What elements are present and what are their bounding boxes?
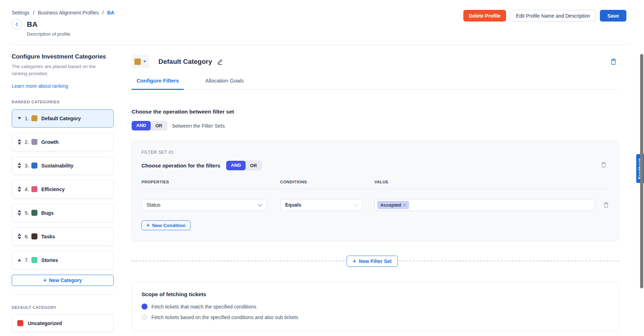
category-rank: 4. [25, 187, 29, 192]
category-color-dropdown[interactable] [132, 55, 149, 68]
save-button[interactable]: Save [600, 10, 626, 22]
tabbar: Configure Filters Allocation Goals [132, 78, 619, 90]
radio-selected-icon[interactable] [142, 304, 148, 310]
and-toggle-option[interactable]: AND [132, 121, 151, 130]
value-chip-label: Accepted [380, 202, 401, 208]
remove-chip-icon[interactable]: × [403, 202, 406, 208]
category-rank: 6. [25, 234, 29, 239]
category-name: Bugs [41, 210, 54, 216]
back-arrow-icon [14, 22, 19, 27]
category-title: Default Category [158, 58, 212, 66]
reorder-arrows [17, 139, 22, 145]
move-up-icon[interactable] [18, 139, 21, 141]
column-header-conditions: CONDITIONS [280, 180, 374, 184]
breadcrumb-separator: / [102, 10, 104, 16]
chevron-down-icon [143, 61, 146, 62]
move-down-icon[interactable] [18, 166, 21, 169]
breadcrumb-separator: / [33, 10, 34, 16]
ranked-category-list: 1. Default Category 2. Growth 3. [12, 109, 114, 269]
property-select[interactable]: Status [142, 199, 267, 211]
sidebar-title: Configure Investment Categories [12, 53, 114, 60]
reorder-arrows [17, 186, 22, 192]
category-item-bugs[interactable]: 5. Bugs [12, 204, 114, 222]
ranked-categories-label: RANKED CATEGORIES [12, 100, 114, 104]
or-toggle-option[interactable]: OR [151, 121, 167, 130]
plus-icon: + [353, 258, 356, 264]
scope-option-match-conditions[interactable]: Fetch tickets that match the specified c… [142, 304, 609, 310]
profile-description: Description of profile [27, 31, 628, 37]
category-item-tasks[interactable]: 6. Tasks [12, 227, 114, 246]
move-up-icon[interactable] [18, 163, 21, 165]
chevron-down-icon [354, 202, 358, 207]
page-title: BA [27, 20, 37, 29]
filter-set-operation-heading: Choose the operation between filter set [132, 109, 619, 115]
tab-allocation-goals[interactable]: Allocation Goals [200, 78, 248, 90]
page-header: Settings / Business Alignment Profiles /… [0, 0, 644, 37]
category-color-swatch [134, 59, 141, 65]
reorder-arrows [17, 259, 22, 261]
property-select-value: Status [146, 202, 161, 208]
category-color-swatch [31, 139, 37, 145]
new-condition-label: New Condition [152, 223, 186, 228]
category-rank: 7. [25, 257, 29, 263]
filter-column-headers: PROPERTIES CONDITIONS VALUE [142, 180, 609, 189]
value-input[interactable]: Accepted × [374, 199, 595, 211]
scope-option-include-sub-tickets[interactable]: Fetch tickets based on the specified con… [142, 314, 609, 320]
learn-more-link[interactable]: Learn more about ranking [12, 83, 68, 89]
edit-category-name-icon[interactable] [217, 58, 223, 65]
delete-filter-set-icon[interactable] [601, 161, 607, 168]
and-toggle-option[interactable]: AND [226, 161, 245, 170]
breadcrumb-business-alignment-profiles[interactable]: Business Alignment Profiles [38, 10, 99, 16]
move-up-icon[interactable] [18, 259, 21, 261]
category-name: Stories [41, 257, 58, 263]
move-down-icon[interactable] [18, 142, 21, 145]
new-condition-button[interactable]: + New Condition [142, 220, 191, 230]
category-item-sustainability[interactable]: 3. Sustainability [12, 157, 114, 175]
back-button[interactable] [12, 19, 22, 30]
new-filter-set-button[interactable]: + New Filter Set [347, 256, 398, 267]
chevron-down-icon [258, 202, 263, 207]
vertical-scrollbar[interactable] [640, 54, 643, 288]
condition-select-value: Equals [285, 202, 301, 208]
reorder-arrows [17, 233, 22, 239]
edit-profile-button[interactable]: Edit Profile Name and Description [510, 10, 596, 22]
move-down-icon[interactable] [18, 213, 21, 216]
sidebar-divider [12, 294, 114, 295]
delete-condition-icon[interactable] [603, 202, 609, 208]
move-up-icon[interactable] [18, 186, 21, 189]
move-down-icon[interactable] [18, 190, 21, 192]
sidebar-subtitle: The categories are placed based on the r… [12, 63, 101, 78]
filters-and-or-toggle: AND OR [226, 161, 262, 170]
breadcrumb-current[interactable]: BA [107, 10, 114, 16]
category-color-swatch [17, 320, 23, 326]
tab-configure-filters[interactable]: Configure Filters [132, 78, 184, 90]
category-name: Uncategorized [28, 320, 62, 326]
categories-sidebar: Configure Investment Categories The cate… [12, 53, 114, 332]
delete-profile-button[interactable]: Delete Profile [463, 10, 506, 22]
category-color-swatch [31, 186, 37, 192]
category-name: Tasks [41, 234, 55, 239]
or-toggle-option[interactable]: OR [246, 161, 262, 170]
category-item-efficiency[interactable]: 4. Efficiency [12, 180, 114, 198]
scope-card: Scope of fetching tickets Fetch tickets … [132, 282, 619, 331]
radio-unselected-icon[interactable] [142, 314, 148, 320]
condition-select[interactable]: Equals [280, 199, 362, 211]
category-item-uncategorized[interactable]: Uncategorized [12, 314, 114, 332]
move-down-icon[interactable] [18, 237, 21, 239]
category-name: Sustainability [41, 163, 73, 169]
breadcrumb-settings[interactable]: Settings [12, 10, 30, 16]
category-item-stories[interactable]: 7. Stories [12, 251, 114, 269]
move-up-icon[interactable] [18, 210, 21, 212]
plus-icon: + [43, 277, 47, 283]
category-color-swatch [31, 233, 37, 239]
new-category-button[interactable]: + New Category [12, 275, 114, 286]
category-item-default-category[interactable]: 1. Default Category [12, 109, 114, 128]
category-color-swatch [31, 257, 37, 263]
column-header-value: VALUE [374, 180, 595, 184]
category-item-growth[interactable]: 2. Growth [12, 133, 114, 151]
move-down-icon[interactable] [18, 117, 21, 120]
delete-category-icon[interactable] [610, 58, 617, 65]
move-up-icon[interactable] [18, 233, 21, 236]
category-config-panel: Default Category Configure Filters Alloc… [132, 53, 619, 332]
category-color-swatch [31, 115, 37, 121]
